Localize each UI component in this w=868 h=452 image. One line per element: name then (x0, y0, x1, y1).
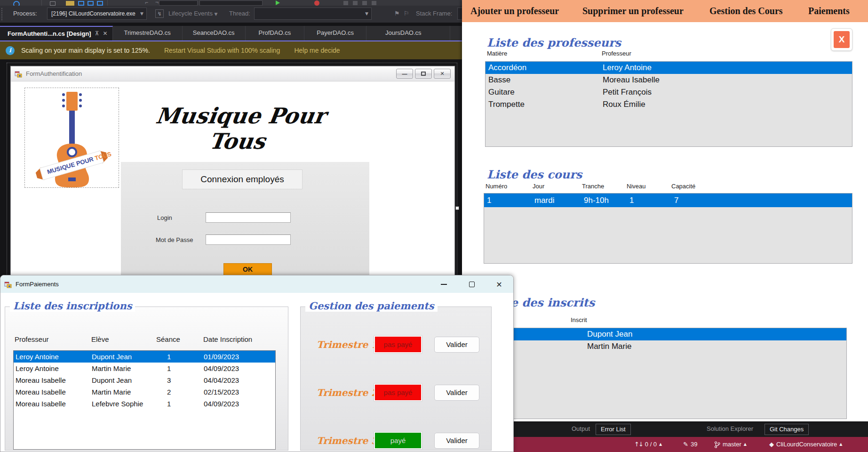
lifecycle-events-dropdown[interactable]: Lifecycle Events ▼ (168, 10, 217, 17)
process-dropdown[interactable]: [2196] CliLourdConservatoire.exe ▼ (47, 8, 147, 20)
restart-icon[interactable] (13, 1, 20, 6)
open-folder-icon[interactable] (66, 1, 74, 6)
tab-profdao[interactable]: ProfDAO.cs (246, 26, 305, 40)
minimize-icon: — (402, 71, 407, 77)
sync-arrows-icon: ↑↓ (634, 437, 643, 452)
menu-paiements[interactable]: Paiements (808, 0, 850, 22)
professeurs-listbox[interactable]: AccordéonLeroy AntoineBasseMoreau Isabel… (485, 61, 852, 147)
save-icon[interactable] (78, 1, 84, 6)
list-cell: Leroy Antoine (16, 351, 59, 363)
continue-icon[interactable] (276, 0, 280, 5)
configuration-dropdown[interactable] (159, 0, 198, 6)
menu-gestion-cours[interactable]: Gestion des Cours (709, 0, 783, 22)
trimestre-1-label: Trimestre 1 (317, 334, 378, 355)
menu-supprimer-professeur[interactable]: Supprimer un professeur (582, 0, 684, 22)
list-cell: 9h-10h (584, 194, 609, 207)
designer-resize-handle[interactable] (455, 206, 459, 210)
flag-outline-icon[interactable]: ⚐ (404, 10, 409, 17)
list-row[interactable]: Leroy AntoineDupont Jean101/09/2023 (14, 351, 275, 363)
inscriptions-listbox[interactable]: Leroy AntoineDupont Jean101/09/2023Leroy… (13, 350, 276, 450)
help-me-decide-link[interactable]: Help me decide (294, 47, 340, 54)
close-button[interactable]: ✕ (434, 69, 451, 79)
tooltab-error-list[interactable]: Error List (596, 424, 631, 435)
restart-scaling-link[interactable]: Restart Visual Studio with 100% scaling (164, 47, 280, 54)
window-icon[interactable] (97, 1, 103, 6)
redo-icon[interactable]: ¬ (155, 0, 159, 6)
column-header-capacite: Capacité (671, 183, 695, 190)
list-row[interactable]: Leroy AntoineMartin Marie104/09/2023 (14, 363, 275, 374)
branch-status[interactable]: master ▲ (714, 437, 747, 452)
list-cell: 1 (629, 194, 634, 207)
list-cell: Basse (488, 74, 510, 86)
sync-status[interactable]: ↑↓ 0 / 0 ▲ (634, 437, 662, 452)
close-button[interactable]: ✕ (494, 279, 505, 290)
list-cell: Leroy Antoine (16, 363, 59, 374)
scaling-message: Scaling on your main display is set to 1… (21, 47, 150, 54)
list-row[interactable]: Moreau IsabelleDupont Jean304/04/2023 (14, 374, 275, 386)
thread-dropdown[interactable]: ▼ (254, 8, 372, 20)
repository-status[interactable]: ◆ CliLourdConservatoire ▲ (769, 437, 843, 452)
minimize-button[interactable]: — (396, 69, 413, 79)
tab-joursdao[interactable]: JoursDAO.cs (366, 26, 450, 40)
ok-button[interactable]: OK (223, 263, 272, 276)
menu-ajouter-professeur[interactable]: Ajouter un professeur (470, 0, 559, 22)
list-row[interactable]: Dupont Jean (486, 328, 846, 340)
list-cell: Dupont Jean (587, 328, 632, 340)
list-row[interactable]: AccordéonLeroy Antoine (486, 62, 852, 74)
close-icon[interactable]: ✕ (103, 27, 107, 40)
login-input[interactable] (206, 212, 291, 223)
minimize-button[interactable] (438, 279, 449, 290)
inscriptions-groupbox: Liste des inscriptions Professeur Elève … (5, 307, 288, 451)
navigate-icon[interactable] (50, 1, 56, 6)
list-row[interactable]: Martin Marie (486, 340, 846, 353)
login-label: Login (157, 214, 172, 221)
list-row[interactable]: 1mardi9h-10h17 (484, 194, 852, 207)
pending-edits-status[interactable]: ✎ 39 (683, 437, 697, 452)
tab-payerdao[interactable]: PayerDAO.cs (304, 26, 366, 40)
professeurs-heading: Liste des professeurs (487, 36, 621, 49)
tooltab-solution-explorer[interactable]: Solution Explorer (702, 424, 758, 434)
tooltab-output[interactable]: Output (567, 424, 595, 434)
valider-trimestre-2-button[interactable]: Valider (434, 385, 479, 401)
list-cell: Moreau Isabelle (603, 74, 660, 86)
list-row[interactable]: TrompetteRoux Émilie (486, 98, 852, 111)
save-all-icon[interactable] (88, 1, 94, 6)
brand-title: Musique Pour Tous (120, 103, 358, 154)
process-value: [2196] CliLourdConservatoire.exe (51, 10, 135, 17)
column-header-niveau: Niveau (627, 183, 645, 190)
close-x-label: X (834, 31, 850, 48)
password-input[interactable] (206, 234, 291, 245)
platform-dropdown[interactable] (199, 0, 263, 6)
list-row[interactable]: Moreau IsabelleMartin Marie202/15/2023 (14, 386, 275, 398)
flag-icon[interactable]: ⚑ (394, 10, 400, 17)
tab-formauthentification-design[interactable]: FormAuthenti...n.cs [Design] ⊼ ✕ (0, 26, 113, 40)
undo-icon[interactable]: ⌐ (145, 0, 148, 6)
valider-trimestre-1-button[interactable]: Valider (434, 337, 479, 353)
close-form-button[interactable]: X (831, 28, 852, 51)
maximize-button[interactable] (415, 69, 432, 79)
pin-icon[interactable]: ⊼ (95, 27, 99, 40)
stop-icon[interactable] (314, 0, 319, 6)
valider-trimestre-3-button[interactable]: Valider (434, 433, 479, 449)
auth-title-bar[interactable]: FormAuthentification — ✕ (11, 66, 454, 81)
list-cell: Moreau Isabelle (16, 386, 66, 398)
list-row[interactable]: Moreau IsabelleLefebvre Sophie104/09/202… (14, 398, 275, 410)
list-cell: Guitare (488, 86, 515, 98)
tab-trimestredao[interactable]: TrimestreDAO.cs (113, 26, 183, 40)
maximize-button[interactable] (466, 279, 478, 290)
list-cell: 2 (167, 386, 171, 398)
paiements-title-bar[interactable]: FormPaiements ✕ (0, 275, 513, 293)
inscrits-listbox[interactable]: Dupont JeanMartin Marie (486, 328, 847, 419)
form-authentification-window: FormAuthentification — ✕ MUSIQUE POUR TO… (10, 66, 455, 275)
caret-up-icon: ▲ (744, 437, 747, 452)
list-row[interactable]: GuitarePetit François (486, 86, 852, 98)
process-label: Process: (13, 10, 37, 17)
winforms-app-icon (15, 70, 22, 78)
toolbar-extra-icons[interactable] (343, 1, 378, 5)
list-cell: 1 (487, 194, 491, 207)
tooltab-git-changes[interactable]: Git Changes (764, 424, 809, 435)
list-row[interactable]: BasseMoreau Isabelle (486, 74, 852, 86)
pencil-icon: ✎ (683, 437, 688, 452)
tab-seancedao[interactable]: SeanceDAO.cs (183, 26, 246, 40)
cours-listbox[interactable]: 1mardi9h-10h17 (484, 193, 852, 264)
